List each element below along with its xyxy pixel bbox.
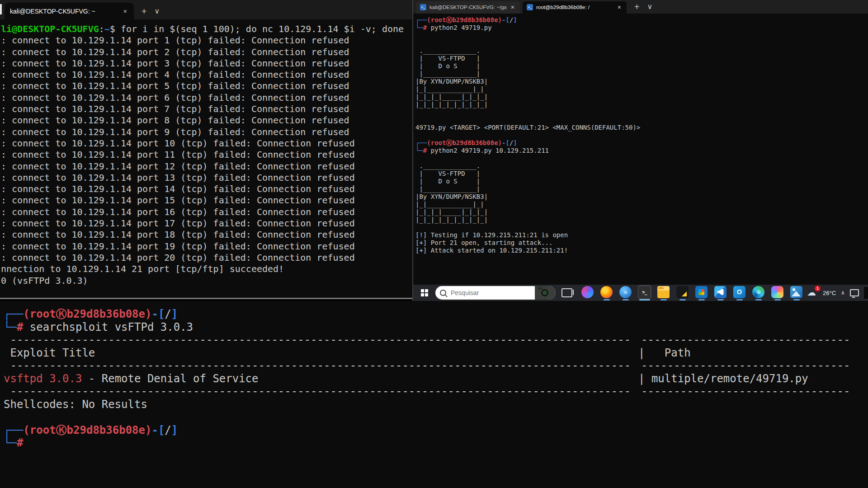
terminal-line bbox=[415, 108, 868, 116]
weather-widget[interactable]: ☁ 1 bbox=[807, 287, 819, 298]
photos-taskbar-button[interactable] bbox=[789, 285, 804, 300]
dark-app-taskbar-button[interactable] bbox=[675, 285, 690, 300]
terminal-line: : connect to 10.129.1.14 port 20 (tcp) f… bbox=[1, 252, 412, 263]
terminal-line: 0 (vsFTPd 3.0.3) bbox=[1, 275, 412, 286]
terminal-line: : connect to 10.129.1.14 port 8 (tcp) fa… bbox=[1, 115, 412, 126]
search-input[interactable] bbox=[450, 289, 535, 297]
firefox-taskbar-button[interactable] bbox=[599, 285, 614, 300]
terminal-taskbar-button[interactable]: >_ bbox=[637, 285, 652, 300]
terminal-line: : connect to 10.129.1.14 port 15 (tcp) f… bbox=[1, 195, 412, 206]
terminal-line: |_|_|_|_____|_|_|_| bbox=[415, 93, 868, 101]
terminal-line: | D o S | bbox=[415, 178, 868, 185]
tray-chevron-icon[interactable]: ∧ bbox=[840, 290, 846, 296]
remote-desktop-window: >_ kali@DESKTOP-CK5UFVG: ~/ga × >_ root@… bbox=[412, 0, 868, 301]
temperature-label: 26°C bbox=[823, 290, 836, 296]
terminal-line: | D o S | bbox=[415, 62, 868, 70]
terminal-line: |By XYN/DUMP/NSKB3| bbox=[415, 193, 868, 201]
tab-kali-home[interactable]: kali@DESKTOP-CK5UFVG: ~ × bbox=[5, 3, 134, 19]
terminal-line: vsftpd 3.0.3 - Remote Denial of Service|… bbox=[4, 372, 868, 385]
vscode-taskbar-button[interactable] bbox=[713, 285, 728, 300]
start-button[interactable] bbox=[417, 286, 432, 300]
terminal-line: : connect to 10.129.1.14 port 18 (tcp) f… bbox=[1, 229, 412, 240]
terminal-line bbox=[415, 224, 868, 231]
terminal-line: |______________| bbox=[415, 185, 868, 193]
tab-title: kali@DESKTOP-CK5UFVG: ~ bbox=[10, 8, 118, 15]
terminal-line bbox=[415, 155, 868, 162]
bottom-terminal-content[interactable]: ┌──(rootⓀb29d8b36b08e)-[/]└─# searchsplo… bbox=[0, 301, 868, 488]
left-terminal-tabbar: kali@DESKTOP-CK5UFVG: ~ × + ∨ bbox=[0, 0, 412, 19]
terminal-line: | VS-FTPD | bbox=[415, 170, 868, 178]
right-terminal-content[interactable]: ┌──(rootⓀb29d8b36b08e)-[/]└─# python2 49… bbox=[413, 14, 868, 285]
terminal-line: | VS-FTPD | bbox=[415, 55, 868, 62]
photos-icon bbox=[790, 285, 803, 299]
microsoft-store-icon bbox=[695, 285, 708, 299]
terminal-line: : connect to 10.129.1.14 port 12 (tcp) f… bbox=[1, 161, 412, 172]
terminal-line: .______________. bbox=[415, 47, 868, 55]
running-indicator bbox=[679, 299, 686, 300]
terminal-line: |_|_|_|_____|_|_|_| bbox=[415, 208, 868, 216]
m365-copilot-icon bbox=[581, 285, 594, 299]
terminal-tab-icon: >_ bbox=[420, 4, 426, 10]
search-box[interactable] bbox=[435, 286, 556, 300]
m365-copilot-taskbar-button[interactable] bbox=[580, 285, 595, 300]
tab-root-container[interactable]: >_ root@b29d8b36b08e: / × bbox=[523, 1, 627, 14]
left-terminal-content[interactable]: li@DESKTOP-CK5UFVG:~$ for i in $(seq 1 1… bbox=[0, 19, 412, 298]
running-indicator bbox=[736, 299, 743, 300]
terminal-line: : connect to 10.129.1.14 port 14 (tcp) f… bbox=[1, 183, 412, 195]
running-indicator bbox=[660, 299, 667, 300]
right-terminal-tabbar: >_ kali@DESKTOP-CK5UFVG: ~/ga × >_ root@… bbox=[413, 0, 868, 14]
outlook-taskbar-button[interactable]: O bbox=[732, 285, 747, 300]
terminal-line: : connect to 10.129.1.14 port 3 (tcp) fa… bbox=[1, 58, 412, 69]
terminal-line: ----------------------------------------… bbox=[4, 359, 868, 372]
thunderbird-taskbar-button[interactable]: ✉ bbox=[618, 285, 633, 300]
system-tray: ☁ 1 26°C ∧ bbox=[807, 287, 868, 299]
terminal-line: ----------------------------------------… bbox=[4, 385, 868, 398]
terminal-line: ┌──(rootⓀb29d8b36b08e)-[/] bbox=[4, 424, 868, 437]
terminal-line: : connect to 10.129.1.14 port 1 (tcp) fa… bbox=[1, 35, 412, 46]
new-tab-button[interactable]: + bbox=[141, 7, 147, 19]
microsoft-store-taskbar-button[interactable] bbox=[694, 285, 709, 300]
edge-icon bbox=[752, 285, 765, 299]
terminal-line: ┌──(rootⓀb29d8b36b08e)-[/] bbox=[415, 139, 868, 147]
search-camera-thumbnail[interactable] bbox=[535, 286, 556, 300]
vscode-icon bbox=[714, 285, 727, 299]
edge-taskbar-button[interactable] bbox=[751, 285, 766, 300]
terminal-line: li@DESKTOP-CK5UFVG:~$ for i in $(seq 1 1… bbox=[1, 23, 412, 35]
dark-app-icon bbox=[676, 285, 689, 299]
terminal-line: : connect to 10.129.1.14 port 19 (tcp) f… bbox=[1, 241, 412, 252]
running-indicator bbox=[793, 299, 800, 300]
taskbar-pinned-apps: ✉>_O bbox=[580, 285, 804, 300]
terminal-line: ┌──(rootⓀb29d8b36b08e)-[/] bbox=[415, 16, 868, 24]
cast-icon[interactable] bbox=[850, 289, 859, 296]
terminal-line: : connect to 10.129.1.14 port 13 (tcp) f… bbox=[1, 172, 412, 183]
copilot-taskbar-button[interactable] bbox=[770, 285, 785, 300]
task-view-button[interactable] bbox=[561, 288, 572, 297]
tab-dropdown-icon[interactable]: ∨ bbox=[154, 7, 160, 19]
terminal-line bbox=[415, 131, 868, 139]
terminal-line: Shellcodes: No Results bbox=[4, 398, 868, 411]
terminal-line bbox=[415, 39, 868, 47]
copilot-icon bbox=[771, 285, 784, 299]
terminal-line: └─# searchsploit vsFTPd 3.0.3 bbox=[4, 321, 868, 334]
tab-title: root@b29d8b36b08e: / bbox=[536, 5, 613, 10]
terminal-line: : connect to 10.129.1.14 port 6 (tcp) fa… bbox=[1, 92, 412, 103]
close-tab-icon[interactable]: × bbox=[122, 8, 128, 15]
terminal-line: : connect to 10.129.1.14 port 4 (tcp) fa… bbox=[1, 69, 412, 80]
terminal-line: : connect to 10.129.1.14 port 5 (tcp) fa… bbox=[1, 80, 412, 92]
terminal-line: : connect to 10.129.1.14 port 17 (tcp) f… bbox=[1, 218, 412, 229]
new-tab-button[interactable]: + bbox=[634, 2, 640, 14]
file-explorer-taskbar-button[interactable] bbox=[656, 285, 671, 300]
terminal-line: ┌──(rootⓀb29d8b36b08e)-[/] bbox=[4, 308, 868, 321]
close-tab-icon[interactable]: × bbox=[509, 4, 516, 11]
firefox-icon bbox=[600, 285, 613, 299]
tab-kali-remote[interactable]: >_ kali@DESKTOP-CK5UFVG: ~/ga × bbox=[416, 1, 520, 14]
terminal-line: : connect to 10.129.1.14 port 10 (tcp) f… bbox=[1, 138, 412, 149]
close-tab-icon[interactable]: × bbox=[616, 4, 623, 11]
terminal-line: 49719.py <TARGET> <PORT(DEFAULT:21> <MAX… bbox=[415, 124, 868, 131]
terminal-line: └─# bbox=[4, 436, 868, 450]
terminal-line: [+] Attack started on 10.129.215.211:21! bbox=[415, 247, 868, 254]
running-indicator bbox=[755, 299, 762, 300]
terminal-line: [!] Testing if 10.129.215.211:21 is open bbox=[415, 231, 868, 239]
terminal-line: nnection to 10.129.1.14 21 port [tcp/ftp… bbox=[1, 263, 412, 275]
tab-dropdown-icon[interactable]: ∨ bbox=[647, 2, 652, 14]
